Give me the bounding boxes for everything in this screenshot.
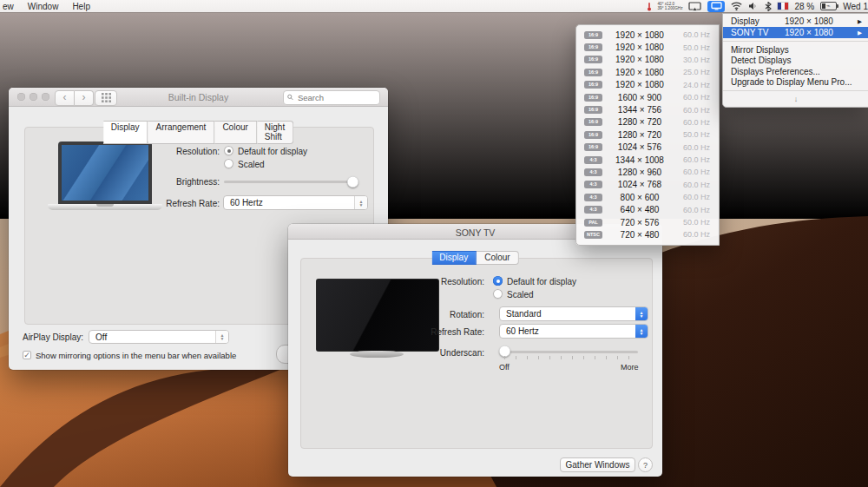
resolution-scaled-radio[interactable] bbox=[224, 159, 233, 168]
tab[interactable]: Night Shift bbox=[257, 121, 293, 144]
display-resolution: 1920 × 1080 bbox=[785, 16, 858, 26]
resolution-text: 1024 × 768 bbox=[602, 180, 677, 189]
resolution-menu-item[interactable]: 16:9 1344 × 756 60.0 Hz bbox=[576, 103, 719, 115]
refresh-rate-value: 60 Hertz bbox=[506, 326, 539, 336]
resolution-menu-item[interactable]: 16:9 1920 × 1080 50.0 Hz bbox=[576, 41, 719, 53]
battery-icon[interactable]: ⌁ bbox=[820, 2, 837, 10]
menubar-menu-item[interactable]: Window bbox=[28, 2, 59, 11]
resolution-menu-item[interactable]: 16:9 1920 × 1080 60.0 Hz bbox=[576, 29, 719, 41]
back-button[interactable]: ‹ bbox=[55, 90, 75, 106]
airplay-icon[interactable] bbox=[688, 2, 701, 11]
refresh-rate-text: 24.0 Hz bbox=[677, 81, 710, 89]
resolution-default-option[interactable]: Default for display bbox=[238, 147, 307, 156]
resolution-menu-item[interactable]: 16:9 1024 × 576 60.0 Hz bbox=[576, 141, 719, 154]
refresh-rate-value: 60 Hertz bbox=[230, 198, 263, 207]
menubar-menu-item[interactable]: Help bbox=[72, 2, 90, 11]
resolution-menu-item[interactable]: 4:3 1280 × 960 60.0 Hz bbox=[576, 166, 719, 178]
input-language-flag-icon[interactable] bbox=[778, 3, 788, 10]
rotation-label: Rotation: bbox=[415, 310, 484, 319]
resolution-menu-item[interactable]: 4:3 1344 × 1008 60.0 Hz bbox=[576, 154, 719, 166]
refresh-rate-text: 60.0 Hz bbox=[677, 143, 710, 152]
underscan-ticks bbox=[504, 356, 636, 359]
search-input[interactable] bbox=[296, 92, 376, 103]
resolution-scaled-option[interactable]: Scaled bbox=[238, 160, 265, 169]
tab[interactable]: Arrangement bbox=[148, 121, 215, 144]
rotation-popup[interactable]: Standard ▲▼ bbox=[499, 306, 648, 321]
aspect-ratio-badge: 16:9 bbox=[584, 69, 602, 76]
tab[interactable]: Colour bbox=[477, 251, 518, 265]
resolution-menu-item[interactable]: 16:9 1280 × 720 60.0 Hz bbox=[576, 116, 719, 128]
resolution-menu-item[interactable]: 16:9 1920 × 1080 25.0 Hz bbox=[576, 66, 719, 78]
show-all-grid-button[interactable] bbox=[95, 90, 117, 106]
refresh-rate-text: 50.0 Hz bbox=[677, 218, 710, 227]
resolution-menu-item[interactable]: 16:9 1920 × 1080 30.0 Hz bbox=[576, 54, 719, 66]
help-button[interactable]: ? bbox=[638, 457, 653, 472]
aspect-ratio-badge: 16:9 bbox=[584, 43, 602, 51]
wifi-icon[interactable] bbox=[731, 2, 742, 10]
brightness-slider[interactable] bbox=[224, 181, 356, 183]
resolution-menu-item[interactable]: 4:3 640 × 480 60.0 Hz bbox=[576, 203, 719, 215]
resolution-scaled-radio[interactable] bbox=[493, 289, 503, 299]
brightness-label: Brightness: bbox=[150, 177, 220, 187]
mirroring-checkbox[interactable]: ✓ bbox=[23, 351, 31, 359]
builtin-tabs: DisplayArrangementColourNight Shift bbox=[103, 121, 293, 144]
resolution-menu-item[interactable]: 4:3 800 × 600 60.0 Hz bbox=[576, 191, 719, 203]
sensor-readout[interactable]: 40° x12.039° 1.200GHz bbox=[658, 2, 683, 10]
resolution-menu-item[interactable]: 16:9 1920 × 1080 24.0 Hz bbox=[576, 79, 719, 91]
menu-action-item[interactable]: Upgrade to Display Menu Pro... bbox=[723, 77, 868, 89]
menubar-clock[interactable]: Wed 1 bbox=[843, 2, 868, 11]
resolution-text: 1280 × 960 bbox=[602, 168, 677, 177]
resolution-menu-item[interactable]: PAL 720 × 576 50.0 Hz bbox=[576, 216, 719, 228]
underscan-slider[interactable] bbox=[502, 351, 638, 353]
tab[interactable]: Display bbox=[103, 121, 148, 144]
brightness-knob[interactable] bbox=[347, 176, 358, 188]
stepper-arrows-icon: ▲▼ bbox=[215, 331, 228, 343]
volume-icon[interactable] bbox=[748, 2, 759, 10]
tab[interactable]: Display bbox=[431, 251, 477, 265]
airplay-display-popup[interactable]: Off ▲▼ bbox=[89, 330, 229, 344]
refresh-rate-popup[interactable]: 60 Hertz ▲▼ bbox=[499, 324, 648, 339]
tab[interactable]: Colour bbox=[214, 121, 256, 144]
refresh-rate-text: 60.0 Hz bbox=[677, 168, 710, 176]
refresh-rate-text: 50.0 Hz bbox=[677, 43, 710, 52]
resolution-text: 800 × 600 bbox=[602, 193, 677, 202]
gather-windows-button[interactable]: Gather Windows bbox=[560, 457, 635, 472]
resolution-default-option[interactable]: Default for display bbox=[507, 277, 576, 286]
bluetooth-icon[interactable] bbox=[765, 2, 772, 11]
resolution-default-radio[interactable] bbox=[224, 146, 233, 155]
underscan-max-label: More bbox=[621, 363, 639, 372]
menubar-menu-item[interactable]: ew bbox=[3, 2, 14, 11]
thermometer-icon bbox=[647, 2, 652, 11]
display-menu-item[interactable]: SONY TV 1920 × 1080 ▶ bbox=[723, 27, 868, 38]
resolution-text: 1920 × 1080 bbox=[602, 30, 677, 40]
resolution-label: Resolution: bbox=[415, 277, 484, 286]
resolution-menu-item[interactable]: 4:3 1024 × 768 60.0 Hz bbox=[576, 179, 719, 191]
search-field[interactable] bbox=[283, 90, 380, 105]
menu-action-item[interactable]: Displays Preferences... bbox=[723, 66, 868, 77]
builtin-titlebar[interactable]: Built-in Display ‹ › bbox=[9, 88, 388, 107]
resolution-menu-item[interactable]: 16:9 1600 × 900 60.0 Hz bbox=[576, 91, 719, 103]
airplay-display-label: AirPlay Display: bbox=[14, 332, 83, 342]
menu-separator bbox=[723, 90, 868, 91]
resolution-text: 1920 × 1080 bbox=[602, 43, 677, 52]
menu-action-item[interactable]: Mirror Displays bbox=[723, 44, 868, 56]
display-menu-icon[interactable] bbox=[707, 1, 725, 12]
display-menu-item[interactable]: Display 1920 × 1080 ▶ bbox=[723, 16, 868, 27]
menu-action-item[interactable]: Detect Displays bbox=[723, 56, 868, 67]
refresh-rate-popup[interactable]: 60 Hertz ▲▼ bbox=[223, 195, 368, 210]
aspect-ratio-badge: 16:9 bbox=[584, 118, 602, 126]
resolution-text: 720 × 480 bbox=[602, 230, 677, 240]
refresh-rate-text: 60.0 Hz bbox=[677, 30, 710, 39]
menubar-menus: ewWindowHelp bbox=[0, 2, 90, 11]
aspect-ratio-badge: PAL bbox=[584, 219, 602, 227]
sony-tv-window: SONY TV DisplayColour Resolution: Defaul… bbox=[288, 224, 662, 477]
resolution-default-radio[interactable] bbox=[493, 276, 503, 286]
refresh-rate-text: 60.0 Hz bbox=[677, 155, 710, 164]
tv-stand-image bbox=[350, 351, 404, 358]
resolution-menu-item[interactable]: 16:9 1280 × 720 50.0 Hz bbox=[576, 128, 719, 141]
resolution-menu-item[interactable]: NTSC 720 × 480 60.0 Hz bbox=[576, 228, 719, 240]
menu-scroll-down-icon[interactable]: ↓ bbox=[723, 94, 868, 105]
resolution-scaled-option[interactable]: Scaled bbox=[507, 290, 534, 299]
resolution-text: 720 × 576 bbox=[602, 218, 677, 227]
forward-button[interactable]: › bbox=[75, 90, 94, 106]
